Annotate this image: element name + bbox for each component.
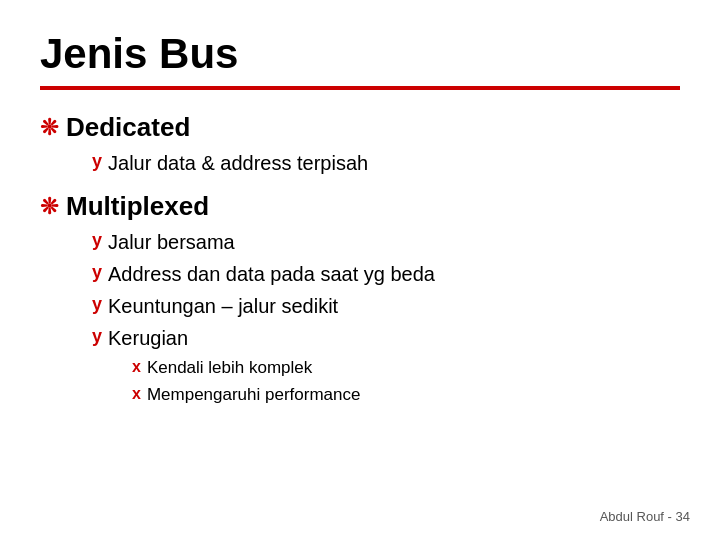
sub-bullet-jalur-data: y Jalur data & address terpisah (92, 149, 680, 177)
sub-bullet-keuntungan: y Keuntungan – jalur sedikit (92, 292, 680, 320)
sub-bullet-text-2: Jalur bersama (108, 228, 235, 256)
sub-bullet-kerugian: y Kerugian (92, 324, 680, 352)
sub-bullet-address: y Address dan data pada saat yg beda (92, 260, 680, 288)
sub-bullet-text-3: Address dan data pada saat yg beda (108, 260, 435, 288)
dedicated-bullet-icon: ❊ (40, 117, 58, 139)
slide-title: Jenis Bus (40, 30, 680, 78)
main-bullet-multiplexed: ❊ Multiplexed (40, 191, 680, 222)
sub-bullet-icon-4: y (92, 292, 102, 317)
multiplexed-sub-bullets: y Jalur bersama y Address dan data pada … (92, 228, 680, 407)
sub-bullet-icon-1: y (92, 149, 102, 174)
sub-bullet-icon-2: y (92, 228, 102, 253)
sub-sub-bullet-kendali: x Kendali lebih komplek (132, 356, 680, 380)
multiplexed-label: Multiplexed (66, 191, 209, 222)
sub-bullet-text-4: Keuntungan – jalur sedikit (108, 292, 338, 320)
dedicated-label: Dedicated (66, 112, 190, 143)
main-bullet-dedicated: ❊ Dedicated (40, 112, 680, 143)
sub-bullet-icon-3: y (92, 260, 102, 285)
sub-sub-bullet-icon-1: x (132, 356, 141, 378)
sub-bullet-text-1: Jalur data & address terpisah (108, 149, 368, 177)
sub-sub-bullet-mempengaruhi: x Mempengaruhi performance (132, 383, 680, 407)
slide: Jenis Bus ❊ Dedicated y Jalur data & add… (0, 0, 720, 540)
sub-sub-bullet-text-2: Mempengaruhi performance (147, 383, 361, 407)
sub-bullet-text-5: Kerugian (108, 324, 188, 352)
section-multiplexed: ❊ Multiplexed y Jalur bersama y Address … (40, 191, 680, 407)
sub-bullet-icon-5: y (92, 324, 102, 349)
red-divider (40, 86, 680, 90)
sub-sub-bullet-text-1: Kendali lebih komplek (147, 356, 312, 380)
dedicated-sub-bullets: y Jalur data & address terpisah (92, 149, 680, 177)
sub-sub-bullet-icon-2: x (132, 383, 141, 405)
footer: Abdul Rouf - 34 (600, 509, 690, 524)
kerugian-sub-items: x Kendali lebih komplek x Mempengaruhi p… (132, 356, 680, 407)
section-dedicated: ❊ Dedicated y Jalur data & address terpi… (40, 112, 680, 177)
multiplexed-bullet-icon: ❊ (40, 196, 58, 218)
sub-bullet-jalur-bersama: y Jalur bersama (92, 228, 680, 256)
